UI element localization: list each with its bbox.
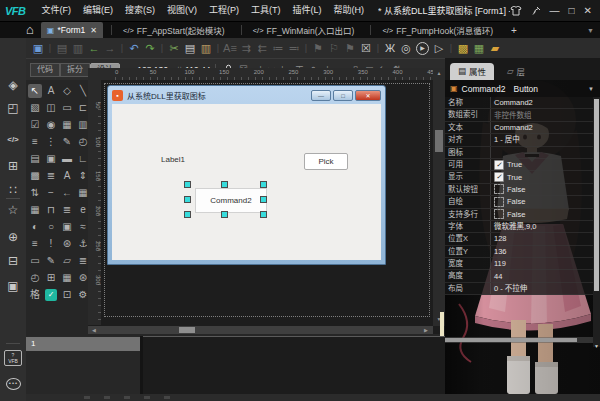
undo-icon[interactable]: ↶ <box>126 39 142 57</box>
command2-button-control[interactable]: Command2 <box>195 188 267 213</box>
menu-item[interactable]: 文件(F) <box>36 0 78 21</box>
selection-handle-ne[interactable] <box>260 181 267 188</box>
cut-icon[interactable]: ✂ <box>166 39 182 57</box>
selection-handle-se[interactable] <box>260 211 267 218</box>
run-icon[interactable]: ▶ <box>416 42 429 55</box>
property-value[interactable]: 44 <box>490 270 593 281</box>
tab-layers[interactable]: ▱ 层 <box>499 63 533 80</box>
checkbox-icon[interactable] <box>494 209 504 219</box>
label-control-icon[interactable]: A <box>44 84 58 98</box>
property-row[interactable]: 布局 0 - 不拉伸 <box>445 283 593 295</box>
run-noDebug-icon[interactable]: ▷ <box>431 39 447 57</box>
buttonbar-control-icon[interactable]: ▭ <box>28 254 42 268</box>
horizontal-scroll-thumb[interactable] <box>179 327 195 333</box>
property-value[interactable]: Command2 <box>490 122 593 133</box>
property-value[interactable]: 119 <box>490 258 593 269</box>
project-cube-icon[interactable]: ◰ <box>0 101 26 115</box>
listbox-control-icon[interactable]: ▤ <box>28 152 42 166</box>
tab-form1[interactable]: ▣ *Form1 ✕ <box>41 22 103 38</box>
divider-control-icon[interactable]: − <box>44 186 58 200</box>
separator[interactable]: | <box>158 39 166 57</box>
textbox-control-icon[interactable]: ≡ <box>28 135 42 149</box>
checkbox-icon[interactable] <box>494 160 504 170</box>
nav-forward-icon[interactable]: → <box>102 39 118 57</box>
selection-handle-s[interactable] <box>221 211 228 218</box>
richtext-control-icon[interactable]: A <box>60 169 74 183</box>
spin-control-icon[interactable]: ⇅ <box>28 186 42 200</box>
property-row[interactable]: 图标 <box>445 147 593 159</box>
designed-form-client[interactable]: Label1 Pick Command2 <box>112 104 381 260</box>
code-tab[interactable]: </> FF_WinMain(入口出口) <box>233 24 363 36</box>
designer-horizontal-scrollbar[interactable]: ◀ ▶ <box>88 326 433 334</box>
view-mode-button[interactable]: 代码 <box>30 63 60 77</box>
tab-overflow-icon[interactable]: ▼ <box>587 27 594 34</box>
monitor-control-icon[interactable]: ⊡ <box>60 288 74 302</box>
checkbox-icon[interactable] <box>494 197 504 207</box>
separator[interactable]: | <box>214 39 222 57</box>
open-folder-icon[interactable]: ▰ <box>487 39 503 57</box>
selection-handle-w[interactable] <box>184 196 191 203</box>
property-row[interactable]: 文本 Command2 <box>445 122 593 134</box>
vfb-widget-icon[interactable]: ✓ <box>45 289 57 301</box>
designed-form-minimize-button[interactable]: — <box>311 90 331 101</box>
output-detail-panel[interactable] <box>143 336 445 394</box>
properties-vertical-scrollbar[interactable]: ▼ <box>593 97 600 347</box>
dial-control-icon[interactable]: ⊛ <box>60 237 74 251</box>
pin-icon[interactable] <box>531 6 541 16</box>
property-value[interactable]: 1 - 居中 <box>490 134 593 145</box>
shape-control-icon[interactable]: ◇ <box>60 84 74 98</box>
home-icon[interactable]: ⌂ <box>26 22 34 38</box>
property-row[interactable]: 高度 44 <box>445 270 593 282</box>
selection-handle-n[interactable] <box>221 181 228 188</box>
property-value[interactable]: False <box>490 209 593 220</box>
pen-control-icon[interactable]: ✎ <box>60 135 74 149</box>
property-value[interactable]: True <box>490 159 593 170</box>
properties-horizontal-scrollbar[interactable] <box>445 337 593 343</box>
tree-control-icon[interactable]: ≣ <box>60 203 74 217</box>
property-value[interactable]: True <box>490 171 593 182</box>
imagebox-control-icon[interactable]: ▣ <box>60 220 74 234</box>
property-row[interactable]: 位置Y 136 <box>445 246 593 258</box>
bookmark-next-icon[interactable]: ⚐ <box>326 39 342 57</box>
designed-form[interactable]: ▪ 从系统DLL里获取图标 — □ ✕ Label1 Pick Command2 <box>107 85 386 265</box>
property-row[interactable]: 数组索引 非控件数组 <box>445 109 593 121</box>
designed-form-close-button[interactable]: ✕ <box>355 90 381 101</box>
option-control-icon[interactable]: ◉ <box>44 118 58 132</box>
preview-icon[interactable]: ▤ <box>54 39 70 57</box>
arrow-control-icon[interactable]: ← <box>60 186 74 200</box>
menu-item[interactable]: 工具(T) <box>245 0 287 21</box>
property-row[interactable]: 宽度 119 <box>445 258 593 270</box>
build-icon[interactable]: ◎ <box>398 39 414 57</box>
copy-icon[interactable]: ▤ <box>182 39 198 57</box>
modules-icon[interactable]: ∷ <box>0 183 26 197</box>
property-row[interactable]: 对齐 1 - 居中 <box>445 134 593 146</box>
properties-scroll-thumb[interactable] <box>594 99 599 291</box>
save-icon[interactable]: ▣ <box>30 39 46 57</box>
panel-control-icon[interactable]: ▣ <box>44 152 58 166</box>
property-row[interactable]: 显示 True <box>445 171 593 183</box>
property-value[interactable]: False <box>490 184 593 195</box>
property-row[interactable]: 支持多行 False <box>445 209 593 221</box>
clear-marks-icon[interactable]: ☒ <box>358 39 374 57</box>
selection-handle-sw[interactable] <box>184 211 191 218</box>
properties-hscroll-thumb[interactable] <box>445 338 577 342</box>
list-icon[interactable]: ≔ <box>270 39 286 57</box>
menu-item[interactable]: 搜索(S) <box>119 0 161 21</box>
cell-control-icon[interactable]: 格 <box>28 288 42 302</box>
vertical-scroll-thumb[interactable] <box>435 130 443 152</box>
pick-button-control[interactable]: Pick <box>304 153 348 170</box>
property-value[interactable]: 非控件数组 <box>490 109 593 120</box>
draw-control-icon[interactable]: ✎ <box>44 254 58 268</box>
code-tab[interactable]: </> FF_PumpHook(消息循环) <box>362 24 501 36</box>
menu-item[interactable]: 帮助(H) <box>328 0 371 21</box>
layers-icon[interactable]: ◈ <box>0 78 26 92</box>
clock-control-icon[interactable]: ◴ <box>28 271 42 285</box>
property-value[interactable]: 136 <box>490 246 593 257</box>
property-row[interactable]: 默认按钮 False <box>445 184 593 196</box>
tab-control-icon[interactable]: ⊓ <box>44 203 58 217</box>
property-value[interactable]: 128 <box>490 233 593 244</box>
nav-back-icon[interactable]: ← <box>86 39 102 57</box>
picture-control-icon[interactable]: ▧ <box>28 101 42 115</box>
folder-icon[interactable]: ⊟ <box>0 254 26 268</box>
theme-shirt-icon[interactable] <box>510 6 522 16</box>
